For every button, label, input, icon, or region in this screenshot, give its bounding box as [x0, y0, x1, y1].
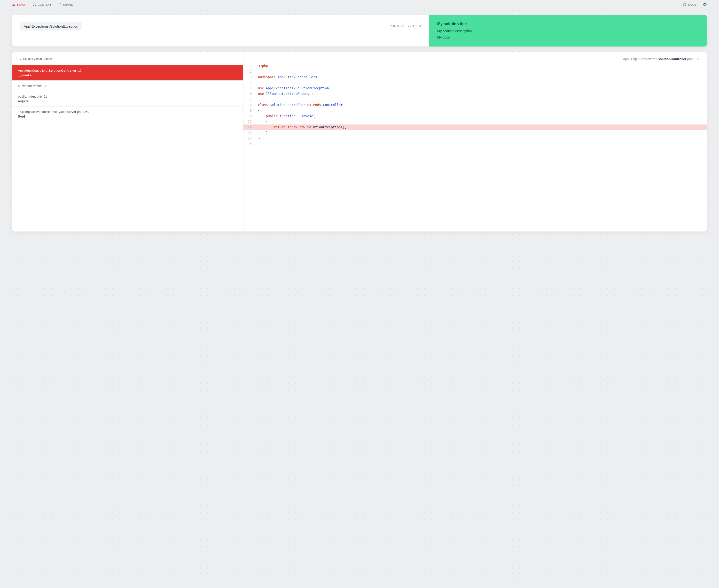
nav-docs-label: DOCS: [688, 3, 696, 6]
frame-function: [top]: [18, 114, 238, 118]
frame-function: require: [18, 99, 238, 103]
code-line: [254, 80, 707, 85]
context-icon: [33, 3, 36, 6]
frame-function: __invoke: [18, 74, 238, 77]
nav-stack-label: STACK: [17, 3, 26, 6]
line-number: 15: [244, 141, 254, 147]
code-line: [254, 69, 707, 75]
line-number: 14: [244, 135, 254, 141]
solution-link[interactable]: My docs: [437, 35, 450, 39]
frames-panel: Expand vendor frames App\Http\Controller…: [12, 52, 244, 232]
expand-vendor-frames-label: Expand vendor frames: [23, 57, 53, 61]
gear-icon: [703, 2, 707, 6]
sort-icon: [19, 57, 22, 60]
svg-point-1: [684, 4, 685, 5]
line-number: 2: [244, 69, 254, 75]
solution-description: My solution description: [437, 29, 699, 33]
line-number: 5: [244, 85, 254, 91]
stack-trace-card: Expand vendor frames App\Http\Controller…: [12, 52, 707, 232]
code-line: [254, 97, 707, 102]
nav-share-label: SHARE: [63, 3, 73, 6]
line-number: 6: [244, 91, 254, 97]
laravel-icon: [408, 24, 411, 28]
nav-context[interactable]: CONTEXT: [33, 3, 52, 6]
source-code: 1<?php23namespace App\Http\Controllers;4…: [244, 63, 707, 147]
line-number: 7: [244, 97, 254, 102]
exception-header-card: App\Exceptions\SolutionException PHP 8.2…: [12, 15, 707, 46]
stack-icon: [12, 3, 15, 6]
line-number: 4: [244, 80, 254, 85]
file-breadcrumb: app/Http/Controllers/SolutionController.…: [244, 52, 707, 63]
life-ring-icon: [683, 3, 686, 6]
code-line: }: [254, 130, 707, 135]
frame-list: App\Http\Controllers\SolutionController:…: [12, 65, 243, 122]
stack-frame[interactable]: ~/.composer/vendor/laravel/valet/server.…: [12, 107, 243, 122]
code-line: [254, 141, 707, 147]
code-line: use Illuminate\Http\Request;: [254, 91, 707, 97]
exception-header-left: App\Exceptions\SolutionException PHP 8.2…: [12, 15, 429, 46]
line-number: 13: [244, 130, 254, 135]
share-icon: [58, 3, 61, 6]
line-number: 12: [244, 125, 254, 130]
php-version: PHP 8.2.5: [390, 24, 404, 28]
chevron-down-icon: [44, 85, 47, 87]
line-number: 11: [244, 119, 254, 125]
vendor-frames-collapsed[interactable]: 43 vendor frames: [12, 81, 243, 91]
laravel-version: 9.52.8: [408, 24, 421, 28]
top-nav: STACK CONTEXT SHARE DOCS: [0, 0, 719, 9]
expand-vendor-frames-button[interactable]: Expand vendor frames: [17, 56, 55, 62]
solution-panel: ✕ My solution title My solution descript…: [429, 15, 707, 46]
laravel-version-text: 9.52.8: [412, 24, 421, 28]
code-line: <?php: [254, 63, 707, 69]
line-number: 10: [244, 113, 254, 119]
settings-button[interactable]: [703, 2, 707, 7]
line-number: 1: [244, 63, 254, 69]
frame-path: public/index.php:51: [18, 95, 238, 98]
solution-title: My solution title: [437, 22, 699, 26]
line-number: 3: [244, 75, 254, 80]
close-solution-button[interactable]: ✕: [699, 18, 702, 23]
stack-frame[interactable]: App\Http\Controllers\SolutionController:…: [12, 65, 243, 81]
frame-path: App\Http\Controllers\SolutionController:…: [18, 69, 238, 72]
code-line: {: [254, 119, 707, 125]
runtime-meta: PHP 8.2.5 9.52.8: [390, 24, 421, 28]
code-line: namespace App\Http\Controllers;: [254, 75, 707, 80]
frame-path: ~/.composer/vendor/laravel/valet/server.…: [18, 110, 238, 113]
close-icon: ✕: [699, 18, 702, 23]
code-line: {: [254, 108, 707, 113]
nav-docs[interactable]: DOCS: [683, 3, 696, 6]
code-line: }: [254, 135, 707, 141]
code-panel: app/Http/Controllers/SolutionController.…: [244, 52, 707, 232]
exception-class-badge: App\Exceptions\SolutionException: [20, 22, 82, 30]
code-line: return throw new SolutionException();: [254, 125, 707, 130]
vendor-frames-count: 43 vendor frames: [18, 84, 42, 88]
nav-stack[interactable]: STACK: [12, 3, 26, 6]
nav-share[interactable]: SHARE: [58, 3, 73, 6]
line-number: 8: [244, 102, 254, 108]
code-line: class SolutionController extends Control…: [254, 102, 707, 108]
code-line: public function __invoke(): [254, 113, 707, 119]
svg-point-0: [683, 3, 686, 6]
stack-frame[interactable]: public/index.php:51require: [12, 91, 243, 107]
nav-context-label: CONTEXT: [38, 3, 52, 6]
code-line: use App\Exceptions\SolutionException;: [254, 85, 707, 91]
line-number: 9: [244, 108, 254, 113]
